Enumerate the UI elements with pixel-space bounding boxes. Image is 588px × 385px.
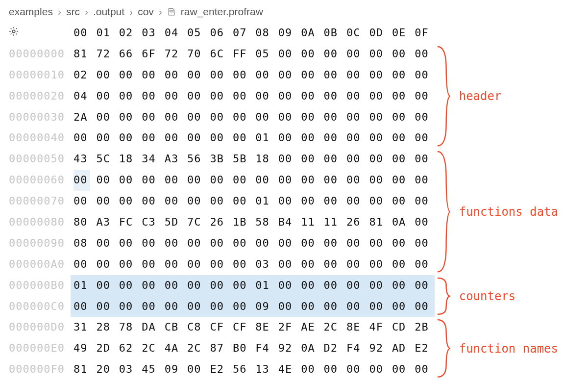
crumb-0[interactable]: examples	[9, 6, 53, 18]
hex-byte[interactable]: 00	[301, 275, 318, 296]
hex-byte[interactable]: 00	[187, 65, 204, 86]
hex-byte[interactable]: 00	[165, 296, 181, 317]
hex-byte[interactable]: 00	[415, 128, 431, 149]
hex-byte[interactable]: 00	[392, 128, 409, 149]
hex-byte[interactable]: 5B	[233, 149, 249, 170]
hex-byte[interactable]: 00	[324, 44, 341, 65]
hex-byte[interactable]: 00	[210, 233, 227, 254]
hex-byte[interactable]: 00	[346, 107, 363, 128]
hex-byte[interactable]: 00	[233, 65, 249, 86]
hex-byte[interactable]: 00	[142, 107, 158, 128]
hex-byte[interactable]: 03	[255, 254, 272, 275]
hex-byte[interactable]: 00	[187, 233, 204, 254]
hex-byte[interactable]: 00	[233, 170, 249, 191]
hex-byte[interactable]: 00	[165, 275, 181, 296]
hex-byte[interactable]: 62	[119, 338, 136, 359]
hex-byte[interactable]: 18	[119, 149, 136, 170]
hex-byte[interactable]: 02	[74, 65, 90, 86]
hex-byte[interactable]: 00	[142, 296, 158, 317]
hex-byte[interactable]: 11	[301, 212, 318, 233]
hex-byte[interactable]: 00	[301, 233, 318, 254]
hex-byte[interactable]: 00	[187, 275, 204, 296]
hex-byte[interactable]: 00	[233, 275, 249, 296]
hex-byte[interactable]: 00	[74, 170, 90, 191]
hex-byte[interactable]: 00	[187, 107, 204, 128]
hex-byte[interactable]: 20	[96, 359, 113, 380]
hex-byte[interactable]: 00	[96, 233, 113, 254]
hex-byte[interactable]: 00	[415, 191, 431, 212]
hex-byte[interactable]: 00	[346, 275, 363, 296]
hex-byte[interactable]: 18	[255, 149, 272, 170]
hex-byte[interactable]: 00	[96, 65, 113, 86]
hex-byte[interactable]: 00	[369, 233, 386, 254]
hex-byte[interactable]: 00	[369, 254, 386, 275]
hex-byte[interactable]: 00	[369, 107, 386, 128]
hex-byte[interactable]: 6C	[210, 44, 227, 65]
hex-byte[interactable]: 26	[210, 212, 227, 233]
hex-byte[interactable]: 00	[142, 191, 158, 212]
hex-byte[interactable]: 00	[233, 254, 249, 275]
hex-byte[interactable]: 81	[74, 359, 90, 380]
hex-byte[interactable]: CF	[233, 317, 249, 338]
hex-byte[interactable]: 00	[142, 254, 158, 275]
gear-icon[interactable]	[9, 26, 19, 39]
hex-byte[interactable]: 00	[233, 86, 249, 107]
hex-byte[interactable]: 49	[74, 338, 90, 359]
hex-byte[interactable]: E2	[415, 338, 431, 359]
hex-byte[interactable]: 00	[210, 170, 227, 191]
hex-byte[interactable]: 2C	[187, 338, 204, 359]
hex-byte[interactable]: 00	[301, 149, 318, 170]
hex-byte[interactable]: 00	[96, 107, 113, 128]
hex-byte[interactable]: 00	[119, 86, 136, 107]
hex-byte[interactable]: 26	[346, 212, 363, 233]
hex-byte[interactable]: 00	[255, 233, 272, 254]
hex-byte[interactable]: 00	[369, 170, 386, 191]
hex-byte[interactable]: 8E	[346, 317, 363, 338]
hex-byte[interactable]: 00	[278, 191, 295, 212]
hex-byte[interactable]: 00	[210, 254, 227, 275]
hex-byte[interactable]: 00	[346, 149, 363, 170]
hex-byte[interactable]: 00	[369, 275, 386, 296]
hex-byte[interactable]: 4A	[165, 338, 181, 359]
hex-byte[interactable]: 31	[74, 317, 90, 338]
hex-byte[interactable]: 00	[415, 212, 431, 233]
hex-byte[interactable]: 34	[142, 149, 158, 170]
hex-byte[interactable]: DA	[142, 317, 158, 338]
hex-byte[interactable]: 00	[369, 149, 386, 170]
hex-byte[interactable]: 00	[324, 275, 341, 296]
hex-byte[interactable]: 6F	[142, 44, 158, 65]
hex-byte[interactable]: 00	[119, 191, 136, 212]
hex-byte[interactable]: CB	[165, 317, 181, 338]
hex-byte[interactable]: 56	[187, 149, 204, 170]
hex-byte[interactable]: 1B	[233, 212, 249, 233]
hex-byte[interactable]: 01	[255, 275, 272, 296]
hex-byte[interactable]: 00	[187, 254, 204, 275]
hex-byte[interactable]: 00	[187, 86, 204, 107]
hex-byte[interactable]: 00	[301, 254, 318, 275]
hex-byte[interactable]: 00	[301, 44, 318, 65]
hex-byte[interactable]: 00	[392, 191, 409, 212]
hex-byte[interactable]: 00	[165, 254, 181, 275]
hex-byte[interactable]: 05	[255, 44, 272, 65]
hex-byte[interactable]: 2C	[142, 338, 158, 359]
hex-byte[interactable]: FC	[119, 212, 136, 233]
hex-byte[interactable]: 00	[324, 254, 341, 275]
hex-byte[interactable]: AE	[301, 317, 318, 338]
hex-byte[interactable]: 00	[255, 65, 272, 86]
hex-byte[interactable]: 00	[255, 107, 272, 128]
hex-byte[interactable]: B0	[233, 338, 249, 359]
hex-byte[interactable]: 00	[96, 191, 113, 212]
hex-byte[interactable]: 5D	[165, 212, 181, 233]
hex-byte[interactable]: 01	[255, 191, 272, 212]
hex-byte[interactable]: 00	[210, 275, 227, 296]
hex-byte[interactable]: 56	[233, 359, 249, 380]
hex-byte[interactable]: 00	[415, 107, 431, 128]
hex-byte[interactable]: 43	[74, 149, 90, 170]
hex-byte[interactable]: 00	[74, 296, 90, 317]
hex-byte[interactable]: 00	[96, 254, 113, 275]
hex-byte[interactable]: 00	[392, 86, 409, 107]
hex-byte[interactable]: A3	[96, 212, 113, 233]
hex-byte[interactable]: 00	[233, 296, 249, 317]
hex-byte[interactable]: 00	[346, 86, 363, 107]
hex-byte[interactable]: 00	[346, 296, 363, 317]
